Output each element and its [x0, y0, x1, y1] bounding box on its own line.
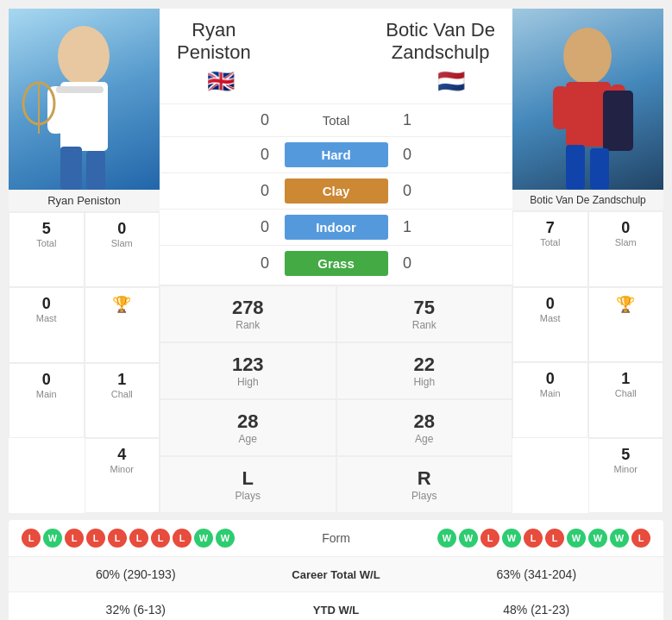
- career-total-label: Career Total W/L: [250, 568, 423, 581]
- left-trophy-icon: 🏆: [112, 295, 131, 314]
- form-badge-left-9: W: [216, 529, 235, 548]
- right-player-card: Botic Van De Zandschulp 7 Total 0 Slam 0…: [512, 9, 663, 513]
- right-main-stat: 0 Main: [512, 362, 588, 438]
- right-plays-cell: R Plays: [336, 456, 513, 513]
- career-total-right: 63% (341-204): [423, 567, 651, 581]
- left-high-cell: 123 High: [160, 342, 336, 399]
- form-badge-left-5: L: [129, 529, 148, 548]
- right-player-photo: [512, 9, 663, 190]
- indoor-score-left: 0: [246, 218, 285, 236]
- ytd-wl-right: 48% (21-23): [423, 603, 651, 617]
- form-badge-right-0: W: [437, 529, 456, 548]
- ytd-wl-left: 32% (6-13): [22, 603, 250, 617]
- right-mast-stat: 0 Mast: [512, 287, 588, 363]
- main-container: Ryan Peniston 5 Total 0 Slam 0 Mast 🏆: [0, 0, 672, 620]
- form-badge-left-2: L: [65, 529, 84, 548]
- form-badge-left-4: L: [108, 529, 127, 548]
- right-minor-stat: 5 Minor: [588, 438, 664, 514]
- right-total-stat: 7 Total: [512, 211, 588, 287]
- career-total-row: 60% (290-193) Career Total W/L 63% (341-…: [9, 557, 663, 592]
- right-player-name-center: Botic Van DeZandschulp: [386, 19, 495, 64]
- right-trophy-cell: 🏆: [588, 287, 664, 363]
- svg-rect-3: [56, 86, 104, 93]
- right-flag: 🇳🇱: [437, 68, 465, 95]
- flags-row: 🇬🇧 🇳🇱: [160, 64, 512, 103]
- middle-stats-grid: 278 Rank 75 Rank 123 High 22 High: [160, 285, 512, 513]
- grass-row: 0 Grass 0: [160, 245, 512, 281]
- svg-point-0: [58, 26, 110, 86]
- grass-surface-btn: Grass: [285, 251, 388, 276]
- right-high-cell: 22 High: [336, 342, 513, 399]
- clay-surface-btn: Clay: [285, 178, 388, 204]
- bottom-section: L W L L L L L L W W Form W W L W L L W W: [9, 520, 663, 620]
- right-rank-cell: 75 Rank: [336, 285, 513, 342]
- top-section: Ryan Peniston 5 Total 0 Slam 0 Mast 🏆: [9, 9, 663, 513]
- left-mast-stat: 0 Mast: [9, 287, 85, 362]
- left-player-name-center: RyanPeniston: [177, 19, 251, 64]
- clay-score-left: 0: [246, 182, 285, 200]
- clay-score-right: 0: [388, 182, 427, 200]
- left-age-cell: 28 Age: [160, 399, 336, 456]
- left-player-figure: [9, 9, 160, 190]
- hard-surface-btn: Hard: [285, 142, 388, 167]
- form-badge-left-6: L: [151, 529, 170, 548]
- svg-rect-2: [47, 86, 65, 134]
- form-badge-right-2: L: [480, 529, 499, 548]
- svg-rect-6: [60, 147, 82, 190]
- form-badge-left-8: W: [194, 529, 213, 548]
- total-score-right: 1: [388, 111, 427, 129]
- svg-rect-7: [86, 151, 105, 190]
- form-badge-right-3: W: [502, 529, 521, 548]
- hard-score-left: 0: [246, 146, 285, 164]
- left-flag: 🇬🇧: [207, 68, 235, 95]
- svg-point-8: [563, 28, 612, 85]
- form-badge-right-8: W: [610, 529, 629, 548]
- form-badge-right-7: W: [588, 529, 607, 548]
- right-player-name: Botic Van De Zandschulp: [512, 190, 663, 211]
- right-trophy-icon: 🏆: [616, 295, 635, 314]
- form-badge-right-6: W: [567, 529, 586, 548]
- indoor-row: 0 Indoor 1: [160, 209, 512, 245]
- left-rank-cell: 278 Rank: [160, 285, 336, 342]
- left-player-stats: 5 Total 0 Slam 0 Mast 🏆 0 Main: [9, 212, 160, 513]
- ytd-wl-row: 32% (6-13) YTD W/L 48% (21-23): [9, 592, 663, 620]
- form-badge-left-7: L: [173, 529, 192, 548]
- form-badge-right-4: L: [524, 529, 543, 548]
- form-badge-right-5: L: [545, 529, 564, 548]
- clay-row: 0 Clay 0: [160, 172, 512, 209]
- left-player-name: Ryan Peniston: [9, 190, 160, 212]
- player-names-row: RyanPeniston Botic Van DeZandschulp: [160, 9, 512, 64]
- form-badge-right-9: L: [631, 529, 650, 548]
- form-badge-left-0: L: [22, 529, 41, 548]
- form-label: Form: [293, 531, 380, 545]
- right-player-stats: 7 Total 0 Slam 0 Mast 🏆 0 Main: [512, 211, 663, 513]
- svg-rect-10: [553, 86, 568, 129]
- left-main-stat: 0 Main: [9, 363, 85, 438]
- left-chall-stat: 1 Chall: [85, 363, 160, 438]
- left-minor-stat: 4 Minor: [85, 438, 160, 513]
- right-chall-stat: 1 Chall: [588, 362, 664, 438]
- svg-rect-14: [590, 148, 609, 190]
- form-badges-left: L W L L L L L L W W: [22, 529, 293, 548]
- form-badges-right: W W L W L L W W W L: [380, 529, 651, 548]
- career-total-left: 60% (290-193): [22, 567, 250, 581]
- form-row: L W L L L L L L W W Form W W L W L L W W: [9, 520, 663, 557]
- right-slam-stat: 0 Slam: [588, 211, 664, 287]
- left-player-card: Ryan Peniston 5 Total 0 Slam 0 Mast 🏆: [9, 9, 160, 513]
- svg-rect-12: [603, 91, 633, 151]
- svg-rect-13: [566, 145, 585, 190]
- form-badge-right-1: W: [459, 529, 478, 548]
- total-label: Total: [285, 110, 388, 131]
- right-player-figure: [512, 9, 663, 190]
- indoor-surface-btn: Indoor: [285, 215, 388, 240]
- form-badge-left-1: W: [43, 529, 62, 548]
- hard-row: 0 Hard 0: [160, 136, 512, 172]
- left-trophy-cell: 🏆: [85, 287, 160, 362]
- indoor-score-right: 1: [388, 218, 427, 236]
- ytd-wl-label: YTD W/L: [250, 604, 423, 617]
- left-total-stat: 5 Total: [9, 212, 85, 287]
- total-score-left: 0: [246, 111, 285, 129]
- total-row: 0 Total 1: [160, 103, 512, 136]
- left-slam-stat: 0 Slam: [85, 212, 160, 287]
- grass-score-right: 0: [388, 254, 427, 272]
